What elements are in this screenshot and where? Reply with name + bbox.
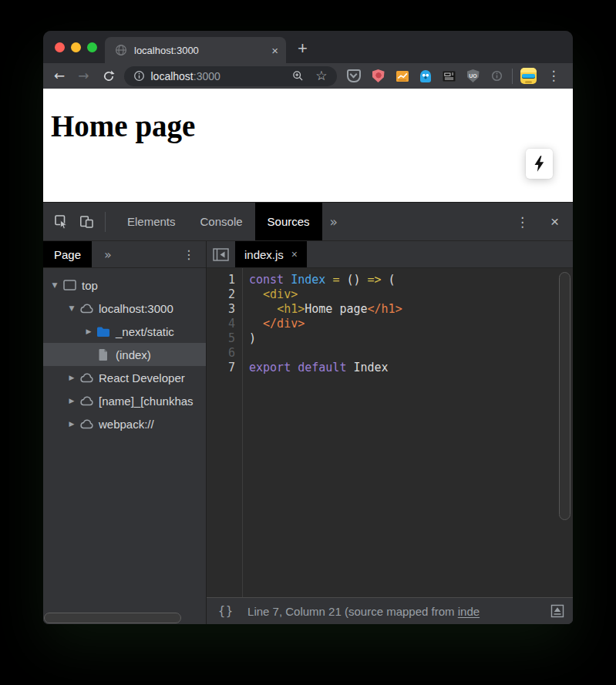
devtools-menu-icon[interactable]: ⋮ (516, 214, 529, 230)
more-tabs-icon[interactable]: » (104, 247, 112, 262)
code-editor[interactable]: 1 2 3 4 5 6 7 const Index = () => ( <div… (207, 268, 573, 597)
close-window-button[interactable] (55, 42, 65, 52)
zoom-window-button[interactable] (87, 42, 97, 52)
line-number: 6 (207, 346, 235, 361)
tab-sources[interactable]: Sources (255, 203, 322, 240)
code-token (249, 317, 263, 331)
code-token: <h1> (277, 302, 305, 316)
scrollbar-thumb[interactable] (559, 272, 571, 520)
chevron-right-icon[interactable]: ▶ (66, 420, 77, 428)
tree-item-label: [name]_[chunkhas (99, 395, 194, 408)
file-icon (96, 348, 111, 361)
reload-button[interactable] (103, 70, 115, 82)
folder-icon (96, 326, 111, 337)
code-token: ) (249, 331, 256, 345)
chevron-right-icon[interactable]: ▶ (66, 374, 77, 381)
cloud-icon (79, 418, 94, 429)
code-token: => (368, 273, 382, 287)
tree-item-chunkhash[interactable]: ▶ [name]_[chunkhas (43, 389, 206, 412)
expand-panel-icon[interactable] (550, 603, 565, 619)
tab-page[interactable]: Page (43, 241, 92, 267)
tree-item-react-devtools[interactable]: ▶ React Developer (43, 366, 206, 389)
close-icon[interactable]: × (291, 248, 298, 260)
tree-item-next-static[interactable]: ▶ _next/static (43, 320, 206, 343)
address-bar[interactable]: localhost:3000 ☆ (124, 66, 337, 86)
code-token: const (249, 273, 284, 287)
line-number-gutter: 1 2 3 4 5 6 7 (207, 268, 243, 597)
url-port: :3000 (194, 70, 220, 82)
code-line (249, 346, 558, 361)
code-token: Index (353, 361, 388, 374)
source-map-link[interactable]: inde (458, 605, 480, 618)
tree-item-label: webpack:// (99, 418, 154, 431)
line-number: 7 (207, 361, 235, 375)
analytics-icon[interactable] (396, 71, 409, 82)
inspect-icon[interactable] (54, 214, 69, 229)
devtools-close-icon[interactable]: × (550, 214, 559, 229)
ghostery-icon[interactable] (420, 70, 431, 82)
code-token: </h1> (368, 302, 402, 316)
new-tab-button[interactable]: + (298, 40, 308, 57)
code-token: export (249, 361, 291, 374)
editor-statusbar: {} Line 7, Column 21 (source mapped from… (207, 597, 573, 624)
ublock-shield-icon[interactable]: UO (467, 69, 480, 82)
lightning-icon (534, 156, 544, 172)
profile-avatar[interactable] (520, 68, 537, 84)
line-number: 1 (207, 273, 235, 287)
code-line: const Index = () => ( (249, 273, 558, 287)
forward-button[interactable]: → (78, 69, 89, 82)
zoom-icon[interactable] (292, 70, 304, 82)
nextjs-prerender-indicator[interactable] (526, 149, 553, 179)
code-token: </div> (263, 317, 305, 331)
vertical-scrollbar[interactable] (558, 268, 573, 597)
browser-menu-icon[interactable]: ⋮ (547, 69, 560, 82)
code-token: Index (291, 273, 325, 287)
devtools-toolbar: Elements Console Sources » ⋮ × (43, 203, 573, 241)
line-number: 4 (207, 317, 235, 331)
line-number: 2 (207, 287, 235, 302)
code-token (284, 273, 291, 287)
browser-tab[interactable]: localhost:3000 × (105, 37, 286, 63)
tree-item-label: localhost:3000 (99, 302, 173, 315)
chevron-right-icon[interactable]: ▶ (83, 327, 94, 335)
page-viewport: Home page (43, 89, 573, 202)
code-line: export default Index (249, 361, 558, 375)
horizontal-scrollbar[interactable] (44, 613, 181, 623)
tree-item-index[interactable]: (index) (43, 343, 206, 366)
url-text: localhost:3000 (151, 70, 220, 82)
extensions-row: UO (347, 69, 503, 82)
back-button[interactable]: ← (54, 69, 65, 82)
more-tabs-icon[interactable]: » (330, 214, 338, 230)
chevron-right-icon[interactable]: ▶ (66, 397, 77, 405)
pocket-icon[interactable] (347, 69, 361, 82)
file-tab-indexjs[interactable]: index.js × (235, 241, 307, 267)
cursor-position-text: Line 7, Column 21 (source mapped from in… (247, 605, 545, 618)
code-token: () (346, 273, 360, 287)
tree-item-top[interactable]: ▼ top (43, 274, 206, 297)
chevron-down-icon[interactable]: ▼ (49, 281, 60, 289)
hide-navigator-icon[interactable] (213, 248, 229, 261)
code-token: Home page (305, 302, 367, 316)
pretty-print-icon[interactable]: {} (218, 604, 234, 618)
code-token: default (298, 361, 346, 374)
tab-console[interactable]: Console (188, 203, 255, 240)
code-token (249, 302, 277, 316)
tab-elements[interactable]: Elements (115, 203, 188, 240)
device-toolbar-icon[interactable] (79, 214, 94, 229)
navigator-menu-icon[interactable]: ⋮ (183, 247, 195, 262)
tab-close-icon[interactable]: × (271, 45, 278, 56)
code-lines: const Index = () => ( <div> <h1>Home pag… (243, 268, 558, 597)
tree-item-localhost[interactable]: ▼ localhost:3000 (43, 297, 206, 320)
tree-item-webpack[interactable]: ▶ webpack:// (43, 412, 206, 435)
bookmark-star-icon[interactable]: ☆ (315, 69, 327, 82)
code-token (249, 287, 263, 301)
minimize-window-button[interactable] (71, 42, 81, 52)
chevron-down-icon[interactable]: ▼ (66, 304, 77, 312)
extension-info-icon[interactable] (491, 70, 503, 82)
newspaper-icon[interactable] (443, 71, 456, 82)
code-line: <h1>Home page</h1> (249, 302, 558, 317)
adblock-shield-icon[interactable] (372, 69, 385, 82)
toolbar-divider (105, 212, 106, 232)
tree-item-label: React Developer (99, 371, 185, 384)
info-icon[interactable] (133, 70, 145, 82)
